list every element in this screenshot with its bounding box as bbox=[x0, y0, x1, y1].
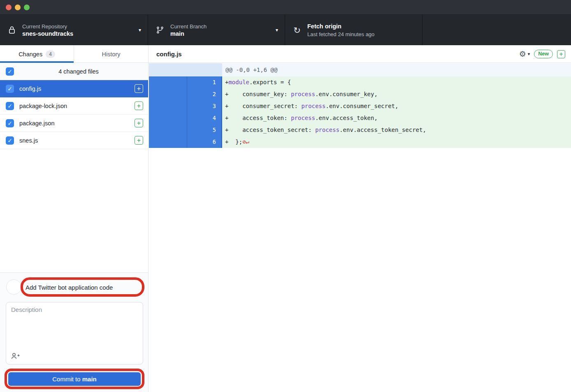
hunk-header-text: @@ -0,0 +1,6 @@ bbox=[222, 63, 571, 76]
commit-description-box bbox=[6, 302, 143, 364]
tab-history-label: History bbox=[102, 51, 120, 58]
commit-summary-input[interactable] bbox=[26, 281, 141, 293]
hunk-header-row: @@ -0,0 +1,6 @@ bbox=[149, 63, 571, 76]
file-checkbox[interactable]: ✓ bbox=[6, 119, 14, 127]
current-branch-dropdown[interactable]: Current Branch main ▾ bbox=[148, 15, 285, 45]
file-name: config.js bbox=[19, 85, 135, 92]
git-branch-icon bbox=[155, 26, 165, 34]
add-coauthor-button[interactable] bbox=[11, 352, 22, 360]
diff-line-4: 4+ access_token: process.env.access_toke… bbox=[149, 112, 571, 124]
diff-line-code: + access_token: process.env.access_token… bbox=[222, 112, 571, 124]
diff-line-code: +module.exports = { bbox=[222, 76, 571, 88]
diff-line-code: + access_token_secret: process.env.acces… bbox=[222, 124, 571, 136]
branch-label: Current Branch bbox=[170, 23, 207, 30]
new-line-number: 3 bbox=[187, 100, 221, 112]
last-fetched-text: Last fetched 24 minutes ago bbox=[307, 31, 374, 37]
added-status-icon: + bbox=[135, 119, 143, 127]
toolbar: Current Repository snes-soundtracks ▾ Cu… bbox=[0, 15, 571, 45]
file-status-new-badge: New bbox=[534, 50, 553, 58]
file-checkbox[interactable]: ✓ bbox=[6, 102, 14, 110]
diff-line-gutter[interactable]: 2 bbox=[149, 88, 222, 100]
gear-icon: ⚙ bbox=[519, 50, 526, 58]
tab-history[interactable]: History bbox=[74, 45, 148, 63]
branch-name: main bbox=[170, 30, 184, 37]
commit-button[interactable]: Commit to main bbox=[8, 372, 141, 386]
sidebar-tabs: Changes 4 History bbox=[0, 45, 149, 63]
new-line-number: 6 bbox=[187, 136, 221, 148]
chevron-down-icon: ▾ bbox=[528, 51, 530, 57]
old-line-number bbox=[149, 88, 187, 100]
file-row-snes.js[interactable]: ✓snes.js+ bbox=[0, 132, 148, 149]
new-line-number: 5 bbox=[187, 124, 221, 136]
file-row-package-lock.json[interactable]: ✓package-lock.json+ bbox=[0, 97, 148, 115]
file-row-package.json[interactable]: ✓package.json+ bbox=[0, 115, 148, 132]
old-line-number bbox=[149, 136, 187, 148]
hunk-gutter bbox=[149, 63, 222, 76]
chevron-down-icon: ▾ bbox=[276, 27, 278, 33]
file-name: package-lock.json bbox=[19, 103, 135, 109]
new-line-number: 2 bbox=[187, 88, 221, 100]
diff-line-5: 5+ access_token_secret: process.env.acce… bbox=[149, 124, 571, 136]
lock-icon bbox=[7, 26, 17, 34]
fetch-label: Fetch origin bbox=[307, 23, 341, 30]
file-added-icon: + bbox=[557, 50, 565, 58]
file-checkbox[interactable]: ✓ bbox=[6, 136, 14, 145]
diff-line-gutter[interactable]: 3 bbox=[149, 100, 222, 112]
old-line-number bbox=[149, 112, 187, 124]
changes-count-badge: 4 bbox=[46, 51, 55, 58]
file-checkbox[interactable]: ✓ bbox=[6, 85, 14, 93]
diff-line-gutter[interactable]: 6 bbox=[149, 136, 222, 148]
fetch-origin-button[interactable]: ↻ Fetch origin Last fetched 24 minutes a… bbox=[285, 15, 422, 45]
diff-file-name: config.js bbox=[156, 51, 519, 58]
header-row: Changes 4 History config.js ⚙ ▾ New + bbox=[0, 45, 571, 63]
diff-line-code: + };⊘↵ bbox=[222, 136, 571, 148]
avatar bbox=[6, 279, 21, 295]
old-line-number bbox=[149, 76, 187, 88]
diff-line-gutter[interactable]: 1 bbox=[149, 76, 222, 88]
select-all-checkbox[interactable]: ✓ bbox=[6, 67, 14, 76]
added-status-icon: + bbox=[135, 136, 143, 145]
new-line-number: 4 bbox=[187, 112, 221, 124]
chevron-down-icon: ▾ bbox=[139, 27, 141, 33]
tab-changes[interactable]: Changes 4 bbox=[0, 45, 74, 63]
changed-files-count: 4 changed files bbox=[14, 68, 143, 75]
diff-line-6: 6+ };⊘↵ bbox=[149, 136, 571, 148]
file-row-config.js[interactable]: ✓config.js+ bbox=[0, 80, 148, 97]
diff-line-3: 3+ consumer_secret: process.env.consumer… bbox=[149, 100, 571, 112]
file-name: snes.js bbox=[19, 137, 135, 144]
close-button[interactable] bbox=[6, 5, 12, 10]
added-status-icon: + bbox=[135, 84, 143, 93]
old-line-number bbox=[149, 124, 187, 136]
minimize-button[interactable] bbox=[15, 5, 21, 10]
repository-name: snes-soundtracks bbox=[22, 30, 73, 37]
diff-view: @@ -0,0 +1,6 @@ 1+module.exports = {2+ c… bbox=[149, 63, 571, 148]
diff-line-code: + consumer_key: process.env.consumer_key… bbox=[222, 88, 571, 100]
select-all-row[interactable]: ✓ 4 changed files bbox=[0, 63, 148, 80]
diff-line-1: 1+module.exports = { bbox=[149, 76, 571, 88]
current-repository-dropdown[interactable]: Current Repository snes-soundtracks ▾ bbox=[0, 15, 148, 45]
commit-description-input[interactable] bbox=[11, 306, 138, 350]
file-name: package.json bbox=[19, 120, 135, 127]
diff-line-2: 2+ consumer_key: process.env.consumer_ke… bbox=[149, 88, 571, 100]
tab-changes-label: Changes bbox=[19, 51, 42, 58]
sync-icon: ↻ bbox=[292, 26, 302, 35]
commit-button-branch: main bbox=[82, 376, 97, 383]
zoom-button[interactable] bbox=[24, 5, 30, 10]
diff-line-gutter[interactable]: 4 bbox=[149, 112, 222, 124]
added-status-icon: + bbox=[135, 101, 143, 110]
person-plus-icon bbox=[11, 353, 20, 360]
diff-file-header: config.js ⚙ ▾ New + bbox=[149, 45, 571, 63]
titlebar bbox=[0, 0, 571, 15]
commit-button-prefix: Commit to bbox=[52, 376, 82, 383]
diff-line-code: + consumer_secret: process.env.consumer_… bbox=[222, 100, 571, 112]
old-line-number bbox=[149, 100, 187, 112]
diff-line-gutter[interactable]: 5 bbox=[149, 124, 222, 136]
new-line-number: 1 bbox=[187, 76, 221, 88]
diff-options-button[interactable]: ⚙ ▾ bbox=[519, 50, 530, 58]
repository-label: Current Repository bbox=[22, 23, 67, 30]
